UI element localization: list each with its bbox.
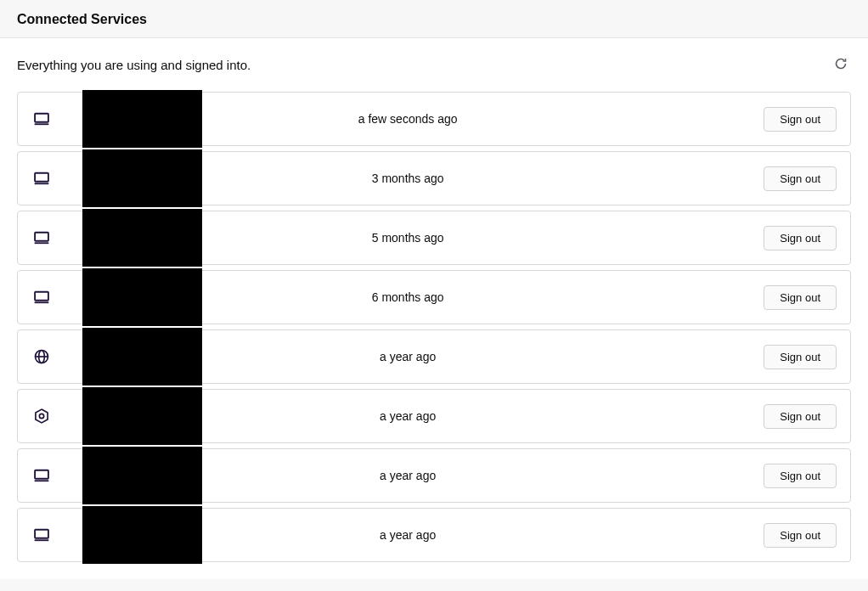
row-left [31, 408, 52, 425]
sign-out-button[interactable]: Sign out [764, 345, 837, 369]
svg-point-11 [39, 414, 43, 418]
svg-rect-6 [35, 292, 48, 301]
row-left [31, 289, 52, 306]
page-title: Connected Services [17, 12, 851, 27]
svg-rect-2 [35, 173, 48, 182]
redacted-service-name [82, 149, 202, 207]
service-row: a few seconds agoSign out [17, 92, 851, 146]
row-left [31, 348, 52, 365]
redacted-service-name [82, 90, 202, 148]
refresh-button[interactable] [831, 53, 851, 76]
desktop-icon [31, 467, 52, 484]
service-row: 3 months agoSign out [17, 151, 851, 205]
service-row: 6 months agoSign out [17, 270, 851, 324]
refresh-icon [834, 60, 848, 73]
row-left [31, 526, 52, 543]
row-left [31, 170, 52, 187]
sign-out-button[interactable]: Sign out [764, 226, 837, 250]
sign-out-button[interactable]: Sign out [764, 404, 837, 429]
sign-out-button[interactable]: Sign out [764, 166, 837, 191]
service-row: a year agoSign out [17, 329, 851, 384]
redacted-service-name [82, 328, 202, 386]
desktop-icon [31, 289, 52, 306]
row-left [31, 229, 52, 246]
svg-rect-14 [35, 530, 48, 538]
desktop-icon [31, 110, 52, 127]
redacted-service-name [82, 268, 202, 326]
desktop-icon [31, 170, 52, 187]
services-list: a few seconds agoSign out3 months agoSig… [17, 92, 851, 562]
service-row: a year agoSign out [17, 508, 851, 562]
sign-out-button[interactable]: Sign out [764, 107, 837, 132]
page-header: Connected Services [0, 0, 868, 38]
row-left [31, 110, 52, 127]
sign-out-button[interactable]: Sign out [764, 464, 837, 488]
sign-out-button[interactable]: Sign out [764, 523, 837, 548]
redacted-service-name [82, 387, 202, 445]
service-row: 5 months agoSign out [17, 211, 851, 265]
redacted-service-name [82, 447, 202, 504]
desktop-icon [31, 229, 52, 246]
row-left [31, 467, 52, 484]
redacted-service-name [82, 209, 202, 267]
service-row: a year agoSign out [17, 448, 851, 503]
redacted-service-name [82, 506, 202, 564]
svg-rect-4 [35, 233, 48, 241]
content-area: Everything you are using and signed into… [0, 38, 868, 579]
desktop-icon [31, 526, 52, 543]
svg-rect-12 [35, 470, 48, 479]
sub-header: Everything you are using and signed into… [17, 53, 851, 76]
globe-icon [31, 348, 52, 365]
svg-rect-0 [35, 114, 48, 122]
sign-out-button[interactable]: Sign out [764, 285, 837, 310]
description-text: Everything you are using and signed into… [17, 58, 251, 72]
service-row: a year agoSign out [17, 389, 851, 443]
addon-icon [31, 408, 52, 425]
